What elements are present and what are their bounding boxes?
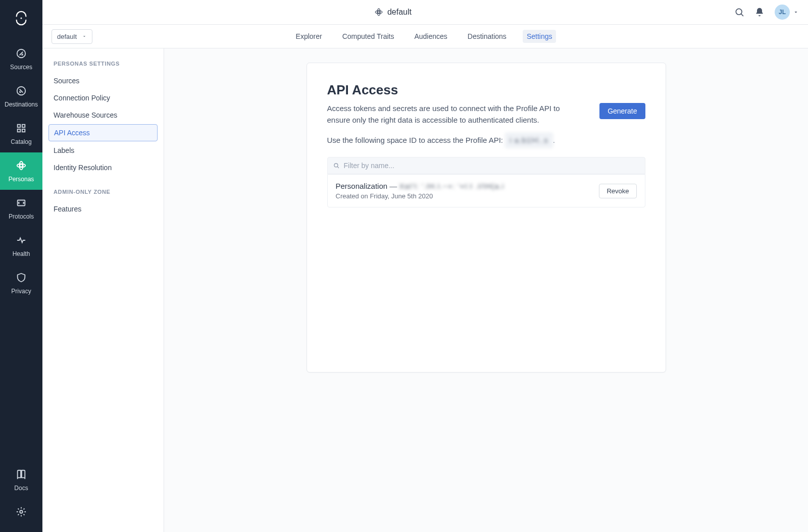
tab-label: Destinations xyxy=(468,32,507,40)
token-filter-input[interactable] xyxy=(344,162,640,170)
sidebar-item-connection-policy[interactable]: Connection Policy xyxy=(48,90,158,106)
space-switcher-label: default xyxy=(57,33,77,40)
token-filter-bar xyxy=(327,157,645,174)
svg-point-12 xyxy=(378,11,380,13)
token-title: Personalization — XaI'I: '.IH.I.−+: '+I:… xyxy=(336,182,504,190)
nav-item-personas[interactable]: Personas xyxy=(0,152,42,190)
content-area: API Access Access tokens and secrets are… xyxy=(164,48,808,532)
nav-label: Privacy xyxy=(11,288,31,295)
notifications-button[interactable] xyxy=(754,7,765,17)
sidebar-heading-settings: PERSONAS SETTINGS xyxy=(48,61,158,73)
sidebar-item-label: Sources xyxy=(54,77,79,85)
space-id-prefix: Use the following space ID to access the… xyxy=(327,136,506,144)
health-icon xyxy=(15,234,27,246)
sidebar-item-api-access[interactable]: API Access xyxy=(48,124,158,141)
sidebar-item-features[interactable]: Features xyxy=(48,201,158,217)
sidebar-item-label: Warehouse Sources xyxy=(54,111,117,119)
destinations-icon xyxy=(15,85,27,97)
sidebar-item-sources[interactable]: Sources xyxy=(48,73,158,89)
tab-label: Computed Traits xyxy=(342,32,394,40)
space-name: default xyxy=(387,8,412,17)
gear-icon xyxy=(15,506,27,518)
nav-item-privacy[interactable]: Privacy xyxy=(0,264,42,302)
nav-label: Protocols xyxy=(9,213,34,220)
sidebar-item-label: Connection Policy xyxy=(54,94,110,102)
tab-computed-traits[interactable]: Computed Traits xyxy=(338,30,398,43)
settings-sidebar: PERSONAS SETTINGS Sources Connection Pol… xyxy=(42,48,164,532)
tab-explorer[interactable]: Explorer xyxy=(292,30,326,43)
brand-logo xyxy=(12,9,30,27)
personas-tabs: Explorer Computed Traits Audiences Desti… xyxy=(92,30,755,43)
revoke-button[interactable]: Revoke xyxy=(599,184,636,198)
personas-icon xyxy=(15,159,27,172)
avatar: JL xyxy=(775,5,790,20)
nav-label: Docs xyxy=(14,485,28,492)
sidebar-item-label: Labels xyxy=(54,146,74,154)
privacy-icon xyxy=(15,272,27,284)
space-switcher[interactable]: default xyxy=(52,29,92,44)
sidebar-heading-admin: ADMIN-ONLY ZONE xyxy=(48,189,158,201)
search-icon xyxy=(333,162,340,169)
sidebar-item-label: Identity Resolution xyxy=(54,164,112,172)
token-separator: — xyxy=(387,182,399,190)
nav-item-catalog[interactable]: Catalog xyxy=(0,115,42,152)
top-header: default JL xyxy=(42,0,808,25)
svg-point-7 xyxy=(20,164,23,167)
api-access-card: API Access Access tokens and secrets are… xyxy=(307,63,666,373)
nav-label: Destinations xyxy=(5,101,38,108)
nav-item-health[interactable]: Health xyxy=(0,227,42,264)
nav-label: Health xyxy=(13,250,30,257)
sidebar-item-warehouse-sources[interactable]: Warehouse Sources xyxy=(48,107,158,123)
tab-label: Audiences xyxy=(414,32,447,40)
personas-icon xyxy=(374,8,383,17)
protocols-icon xyxy=(15,197,27,209)
svg-rect-6 xyxy=(22,129,25,132)
docs-icon xyxy=(15,468,27,481)
token-created: Created on Friday, June 5th 2020 xyxy=(336,192,504,200)
svg-point-16 xyxy=(334,164,337,167)
tab-label: Explorer xyxy=(296,32,322,40)
generate-button[interactable]: Generate xyxy=(599,103,645,119)
tab-settings[interactable]: Settings xyxy=(523,30,557,43)
svg-point-15 xyxy=(736,9,742,15)
token-name: Personalization xyxy=(336,182,388,190)
nav-item-settings[interactable] xyxy=(0,499,42,525)
sidebar-item-identity-resolution[interactable]: Identity Resolution xyxy=(48,159,158,176)
svg-rect-4 xyxy=(22,125,25,128)
sidebar-item-labels[interactable]: Labels xyxy=(48,142,158,158)
sidebar-item-label: Features xyxy=(54,205,81,213)
nav-item-destinations[interactable]: Destinations xyxy=(0,78,42,115)
page-title: API Access xyxy=(327,82,645,98)
space-id-line: Use the following space ID to access the… xyxy=(327,133,645,148)
tab-audiences[interactable]: Audiences xyxy=(410,30,451,43)
chevron-down-icon xyxy=(793,9,799,15)
sources-icon xyxy=(15,47,27,60)
token-row: Personalization — XaI'I: '.IH.I.−+: '+I:… xyxy=(327,174,645,207)
nav-item-protocols[interactable]: Protocols xyxy=(0,190,42,227)
page-description: Access tokens and secrets are used to co… xyxy=(327,103,585,126)
sub-header: default Explorer Computed Traits Audienc… xyxy=(42,25,808,48)
nav-label: Catalog xyxy=(11,138,31,145)
catalog-icon xyxy=(15,122,27,134)
nav-label: Sources xyxy=(10,64,32,71)
nav-item-docs[interactable]: Docs xyxy=(0,461,42,499)
search-button[interactable] xyxy=(734,7,744,17)
token-secret: XaI'I: '.IH.I.−+: '+I:I .I/IH(a.i xyxy=(399,182,504,190)
nav-label: Personas xyxy=(9,176,34,183)
user-menu[interactable]: JL xyxy=(775,5,799,20)
svg-rect-3 xyxy=(18,125,21,128)
chevron-down-icon xyxy=(82,34,87,39)
tab-label: Settings xyxy=(527,32,552,40)
primary-nav-rail: Sources Destinations Catalog Personas Pr xyxy=(0,0,42,532)
space-id-suffix: . xyxy=(553,136,555,144)
space-breadcrumb: default xyxy=(52,8,734,17)
svg-rect-5 xyxy=(18,129,21,132)
nav-item-sources[interactable]: Sources xyxy=(0,40,42,78)
tab-destinations[interactable]: Destinations xyxy=(464,30,511,43)
space-id-value[interactable]: i a.b1l•l..s xyxy=(505,133,552,148)
avatar-initials: JL xyxy=(779,9,786,16)
sidebar-item-label: API Access xyxy=(54,129,90,137)
svg-point-0 xyxy=(21,18,22,19)
svg-point-11 xyxy=(20,510,23,513)
